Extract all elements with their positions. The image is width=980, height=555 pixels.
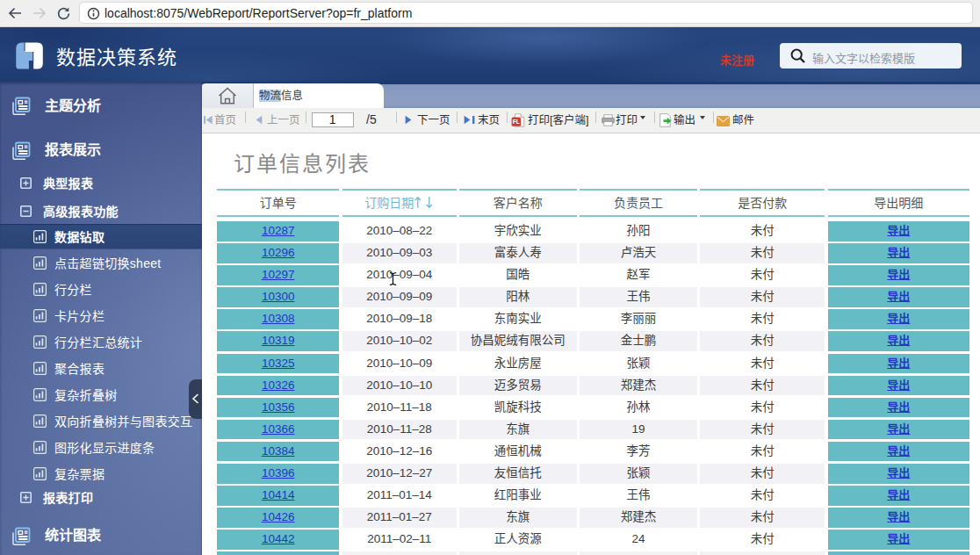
svg-text:FL: FL: [513, 119, 520, 125]
